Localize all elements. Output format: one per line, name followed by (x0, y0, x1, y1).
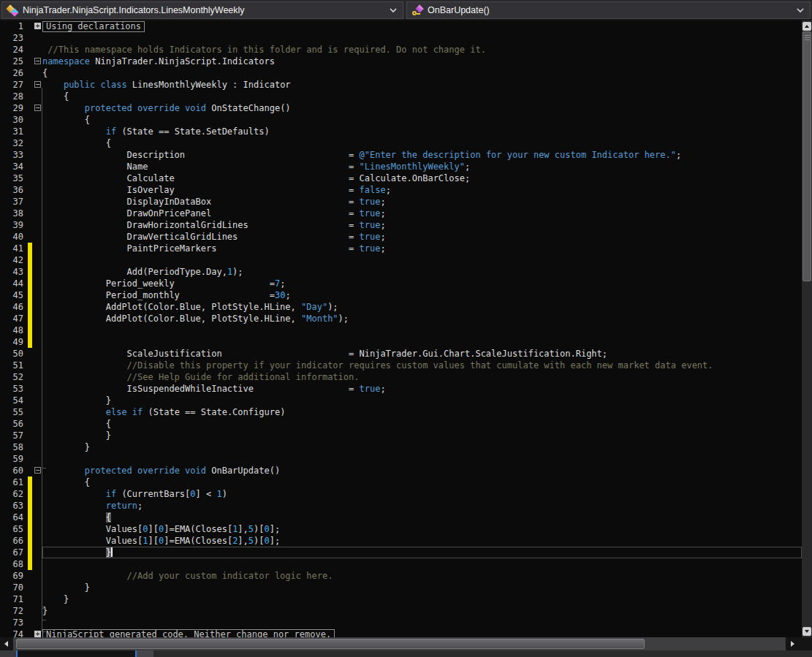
line-number[interactable]: 51 (0, 360, 28, 371)
line-number[interactable]: 32 (0, 137, 28, 149)
line-number[interactable]: 68 (0, 558, 28, 570)
chevron-down-icon[interactable] (795, 7, 805, 14)
line-number[interactable]: 64 (0, 512, 28, 523)
line-number[interactable]: 52 (0, 371, 28, 383)
code-line[interactable]: 32 { (0, 137, 802, 149)
line-number[interactable]: 65 (0, 523, 28, 535)
code-line[interactable]: 74+NinjaScript generated code. Neither c… (0, 628, 802, 637)
line-number[interactable]: 29 (0, 102, 28, 114)
line-number[interactable]: 60 (0, 465, 28, 476)
line-number[interactable]: 67 (0, 547, 28, 558)
code-line[interactable]: 23 (0, 32, 802, 44)
code-line[interactable]: 57 } (0, 430, 802, 441)
code-line[interactable]: 42 (0, 254, 802, 266)
member-navigation-dropdown[interactable]: OnBarUpdate() (406, 1, 811, 19)
code-line[interactable]: 66 Values[1][0]=EMA(Closes[2],5)[0]; (0, 535, 802, 547)
code-line[interactable]: 1+Using declarations (0, 20, 802, 32)
line-number[interactable]: 37 (0, 196, 28, 208)
code-line[interactable]: 48 (0, 324, 802, 336)
line-number[interactable]: 26 (0, 67, 28, 79)
line-number[interactable]: 58 (0, 441, 28, 453)
line-number[interactable]: 23 (0, 32, 28, 44)
line-number[interactable]: 69 (0, 570, 28, 582)
code-line[interactable]: 52 //See Help Guide for additional infor… (0, 371, 802, 383)
code-line[interactable]: 68 (0, 558, 802, 570)
line-number[interactable]: 24 (0, 44, 28, 56)
line-number[interactable]: 46 (0, 301, 28, 313)
code-line[interactable]: 27− public class LinesMonthlyWeekly : In… (0, 79, 802, 91)
code-line[interactable]: 40 DrawVerticalGridLines = true; (0, 231, 802, 243)
horizontal-scrollbar[interactable] (0, 637, 812, 650)
scroll-right-button[interactable] (786, 637, 799, 650)
line-number[interactable]: 27 (0, 79, 28, 91)
code-line[interactable]: 67 } (0, 547, 802, 558)
code-line[interactable]: 64 { (0, 512, 802, 523)
code-line[interactable]: 53 IsSuspendedWhileInactive = true; (0, 383, 802, 395)
type-navigation-dropdown[interactable]: NinjaTrader.NinjaScript.Indicators.Lines… (1, 1, 403, 19)
code-line[interactable]: 26{ (0, 67, 802, 79)
code-line[interactable]: 47 AddPlot(Color.Blue, PlotStyle.HLine, … (0, 313, 802, 324)
code-line[interactable]: 35 Calculate = Calculate.OnBarClose; (0, 172, 802, 184)
collapsed-region-badge[interactable]: NinjaScript generated code. Neither chan… (42, 629, 335, 637)
line-number[interactable]: 62 (0, 488, 28, 500)
line-number[interactable]: 56 (0, 418, 28, 430)
code-line[interactable]: 62 if (CurrentBars[0] < 1) (0, 488, 802, 500)
code-line[interactable]: 70 } (0, 582, 802, 593)
line-number[interactable]: 28 (0, 91, 28, 102)
line-number[interactable]: 36 (0, 184, 28, 196)
line-number[interactable]: 43 (0, 266, 28, 278)
fold-minus-icon[interactable]: − (34, 56, 42, 67)
code-line[interactable]: 33 Description = @"Enter the description… (0, 149, 802, 161)
code-line[interactable]: 43 Add(PeriodType.Day,1); (0, 266, 802, 278)
code-line[interactable]: 25−namespace NinjaTrader.NinjaScript.Ind… (0, 56, 802, 67)
line-number[interactable]: 66 (0, 535, 28, 547)
code-line[interactable]: 24 //This namespace holds Indicators in … (0, 44, 802, 56)
line-number[interactable]: 71 (0, 593, 28, 605)
line-number[interactable]: 50 (0, 348, 28, 360)
line-number[interactable]: 57 (0, 430, 28, 441)
line-number[interactable]: 33 (0, 149, 28, 161)
code-line[interactable]: 29− protected override void OnStateChang… (0, 102, 802, 114)
chevron-down-icon[interactable] (388, 7, 398, 14)
code-line[interactable]: 56 { (0, 418, 802, 430)
code-line[interactable]: 36 IsOverlay = false; (0, 184, 802, 196)
line-number[interactable]: 55 (0, 406, 28, 418)
vertical-scrollbar-thumb[interactable] (802, 31, 811, 281)
scroll-left-button[interactable] (0, 637, 13, 650)
line-number[interactable]: 74 (0, 628, 28, 637)
code-line[interactable]: 69 //Add your custom indicator logic her… (0, 570, 802, 582)
code-line[interactable]: 28 { (0, 91, 802, 102)
line-number[interactable]: 73 (0, 617, 28, 628)
line-number[interactable]: 61 (0, 476, 28, 488)
line-number[interactable]: 39 (0, 219, 28, 231)
code-line[interactable]: 55 else if (State == State.Configure) (0, 406, 802, 418)
line-number[interactable]: 53 (0, 383, 28, 395)
code-line[interactable]: 63 return; (0, 500, 802, 512)
line-number[interactable]: 38 (0, 208, 28, 219)
fold-plus-icon[interactable]: + (34, 20, 42, 32)
vertical-scrollbar[interactable] (802, 20, 812, 637)
line-number[interactable]: 42 (0, 254, 28, 266)
code-line[interactable]: 37 DisplayInDataBox = true; (0, 196, 802, 208)
scroll-up-button[interactable] (802, 22, 811, 31)
line-number[interactable]: 25 (0, 56, 28, 67)
collapsed-region-badge[interactable]: Using declarations (42, 21, 145, 32)
line-number[interactable]: 49 (0, 336, 28, 348)
code-line[interactable]: 50 ScaleJustification = NinjaTrader.Gui.… (0, 348, 802, 360)
code-line[interactable]: 30 { (0, 114, 802, 126)
line-number[interactable]: 34 (0, 161, 28, 172)
line-number[interactable]: 1 (0, 20, 28, 32)
line-number[interactable]: 72 (0, 605, 28, 617)
line-number[interactable]: 59 (0, 453, 28, 465)
line-number[interactable]: 41 (0, 243, 28, 254)
code-line[interactable]: 51 //Disable this property if your indic… (0, 360, 802, 371)
line-number[interactable]: 70 (0, 582, 28, 593)
code-line[interactable]: 34 Name = "LinesMonthlyWeekly"; (0, 161, 802, 172)
code-line[interactable]: 73 (0, 617, 802, 628)
code-line[interactable]: 72} (0, 605, 802, 617)
line-number[interactable]: 54 (0, 395, 28, 406)
code-line[interactable]: 60− protected override void OnBarUpdate(… (0, 465, 802, 476)
code-line[interactable]: 41 PaintPriceMarkers = true; (0, 243, 802, 254)
horizontal-scrollbar-thumb[interactable] (16, 639, 645, 649)
line-number[interactable]: 31 (0, 126, 28, 137)
